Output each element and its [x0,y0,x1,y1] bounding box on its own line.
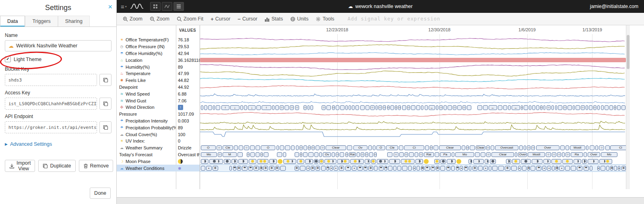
zoom-in-icon [123,16,128,22]
stats-button[interactable]: Stats [261,13,287,25]
event-box: ○ [466,145,469,150]
tab-sharing[interactable]: Sharing [58,16,90,27]
signal-key-input[interactable] [347,16,485,22]
signal-row-pressure[interactable]: Pressure1017.09 [117,111,200,118]
waves-view-button[interactable] [162,2,172,11]
horizontal-scrollbar[interactable] [117,197,644,204]
event-box [576,105,580,110]
event-box [357,152,360,157]
event-box [601,105,604,110]
done-button[interactable]: Done [90,188,111,199]
copy-access-key-button[interactable] [99,98,111,110]
event-box [305,159,313,164]
bottom-spacer [117,189,644,197]
import-view-button[interactable]: Import View [5,160,35,172]
light-theme-checkbox[interactable]: ✓ Light Theme [5,56,111,62]
event-box [565,166,570,171]
event-box [451,166,455,171]
signal-name: Dewpoint [119,85,176,90]
zoom-fit-button[interactable]: Zoom Fit [173,13,207,25]
event-box [440,166,446,171]
signal-row-wind-direction[interactable]: ✣Wind Direction↑ [117,104,200,111]
chart-lane-weather-summary: O○Cle○O○○○○ClearOvOCleCi○Clear○Clear○Ove… [200,145,626,151]
remove-button[interactable]: Remove [79,160,114,172]
signal-row-feels-like[interactable]: ✺Feels Like44.82 [117,77,200,84]
remove-cursor-button[interactable]: − Cursor [234,13,261,25]
tiles-view-button[interactable] [150,2,161,11]
event-box [256,105,260,110]
event-box [462,145,465,150]
tab-data[interactable]: Data [0,16,25,27]
event-box [447,159,456,164]
copy-api-endpoint-button[interactable] [99,121,111,133]
event-box [231,159,237,164]
zoom-in-button[interactable]: Zoom [119,13,146,25]
event-box: ○ [260,152,263,157]
lines-view-button[interactable] [173,2,184,11]
name-field[interactable]: ☁ WeWork Nashville Weather [5,40,111,51]
event-box: Clear [476,145,485,150]
event-box: • [618,166,620,171]
signal-row-dewpoint[interactable]: Dewpoint44.92 [117,84,200,91]
signal-row-temperature[interactable]: ♨Temperature47.99 [117,70,200,77]
event-box: ❄ [295,166,299,171]
duplicate-button[interactable]: Duplicate [38,160,75,172]
signal-row-precipitation-intensity[interactable]: ☂Precipitation Intensity0.003 [117,118,200,124]
chart-lane-humidity [200,63,626,70]
menu-icon[interactable]: ≡▾ [121,3,127,10]
signal-row-weather-conditions[interactable]: ☁Weather Conditions❄ [117,165,200,171]
remove-label: Remove [90,163,109,169]
event-box [239,145,243,150]
signal-row-uv-index[interactable]: ☀UV Index:0 [117,138,200,145]
signal-name: Wind Speed [126,92,176,96]
event-box [393,166,396,171]
event-box: ○ [303,105,307,110]
event-box: ○ [312,145,315,150]
close-icon[interactable]: × [108,3,112,10]
advanced-settings-link[interactable]: ▶ Advanced Settings [5,141,111,147]
signal-row-wind-speed[interactable]: ≋Wind Speed6.88 [117,90,200,97]
cloud-icon: ☁ [119,146,124,150]
event-box: ○ [365,152,368,157]
zoom-out-button[interactable]: Zoom [146,13,173,25]
signal-row-office-humidity[interactable]: ☂Office Humidity(%)42.94 [117,50,200,57]
copy-bucket-key-button[interactable] [99,74,111,86]
event-box [277,145,279,150]
user-email[interactable]: jamie@initialstate.com [590,4,644,9]
signal-row-humidity[interactable]: ☂Humidity(%)89 [117,63,200,70]
event-box [350,159,364,164]
event-box: ☂ [431,166,435,171]
signal-row-wind-gust[interactable]: ≋Wind Gust7.06 [117,97,200,104]
api-endpoint-field[interactable]: https://groker.init.st/api/events [5,121,97,133]
zoom-fit-icon [177,16,182,22]
scrollbar-thumb[interactable] [627,35,630,69]
tools-button[interactable]: Tools [312,13,338,25]
vertical-scrollbar[interactable] [626,25,630,189]
event-box [368,145,372,150]
signal-row-office-temperature-f[interactable]: ☀Office Temperature(F)76.18 [117,37,200,43]
signal-row-location[interactable]: ⌂Location36.1628118. [117,57,200,63]
chart-area[interactable]: ↑↓↓↑○○○○○○○○○○○○○←○○○←←○○○○○○○O○Cle○O○○○… [200,25,626,189]
bucket-key-field[interactable]: shds3 [5,74,97,86]
event-box: ☂ [584,166,589,171]
signal-row-today-s-forecast[interactable]: Today's ForecastOvercast thr [117,151,200,158]
event-box [399,145,403,150]
event-box [512,159,520,164]
access-key-field[interactable]: ist_LS0QPDcCQ8CLhahhFmB5GbEzPrCZI [5,98,97,110]
event-box: ○ [394,152,398,157]
signal-row-weather-summary[interactable]: ☁Weather SummaryDrizzle [117,145,200,151]
cloud-icon: ☁ [119,166,124,170]
signal-row-cloud-cover[interactable]: ☁Cloud Cover(%)100 [117,131,200,138]
event-box [204,105,207,110]
event-box [201,105,203,110]
signal-row-precipitation-probability[interactable]: ☂Precipitation Probability(%)89 [117,124,200,131]
event-box [588,159,599,164]
add-cursor-button[interactable]: + Cursor [207,13,234,25]
signal-row-office-pressure-in[interactable]: ◷Office Pressure (IN)29.53 [117,43,200,50]
tab-triggers[interactable]: Triggers [25,16,58,27]
signal-value: 44.92 [176,85,200,90]
chart-lane-feels-like [200,77,626,84]
event-box: Overcast [495,145,518,150]
units-button[interactable]: Units [287,13,312,25]
signal-row-moon-phase[interactable]: ☽Moon Phase [117,158,200,165]
